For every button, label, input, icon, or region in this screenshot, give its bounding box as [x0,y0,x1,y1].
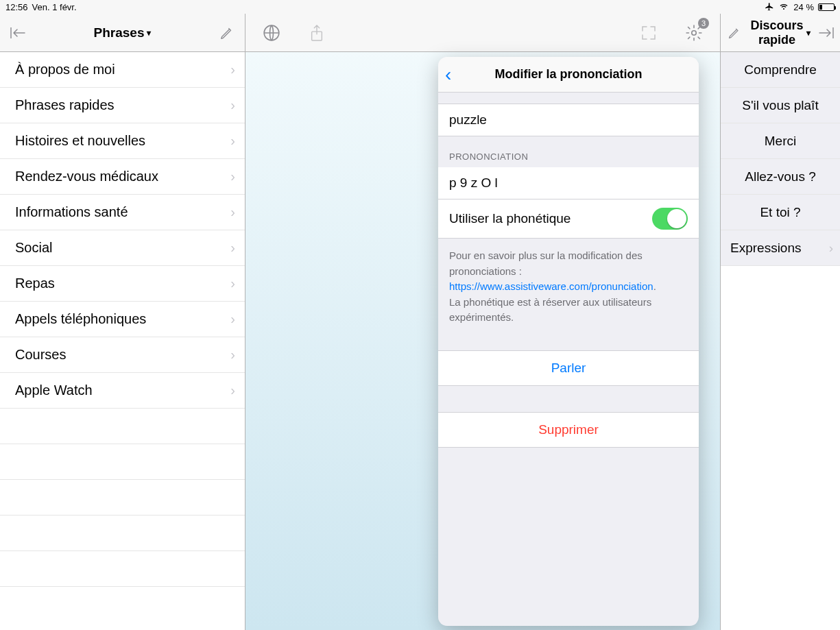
list-item[interactable]: Phrases rapides› [0,88,245,123]
list-empty-row [0,480,245,516]
phonetic-input[interactable] [449,175,688,191]
right-panel-header: Discours rapide ▾ [721,14,840,52]
list-item-label: Appels téléphoniques [15,311,146,327]
airplane-mode-icon [765,2,774,12]
collapse-left-icon[interactable] [5,21,30,45]
list-item[interactable]: À propos de moi› [0,52,245,88]
list-item[interactable]: Appels téléphoniques› [0,302,245,337]
list-item[interactable]: Repas› [0,266,245,302]
left-panel-header: Phrases ▾ [0,14,245,52]
chevron-right-icon: › [230,347,235,363]
pronunciation-section-label: PRONONCIATION [438,136,699,167]
help-link[interactable]: https://www.assistiveware.com/pronunciat… [449,280,653,292]
phonetic-cell[interactable] [438,167,699,199]
left-panel-title[interactable]: Phrases ▾ [36,25,209,40]
right-panel-title[interactable]: Discours rapide ▾ [750,19,810,47]
battery-percent: 24 % [793,2,814,12]
help-note: La phonétique est à réserver aux utilisa… [449,296,651,324]
list-item-label: Histoires et nouvelles [15,133,145,149]
speak-button[interactable]: Parler [438,350,699,386]
list-item-label: À propos de moi [15,62,115,77]
list-item-label: Merci [765,134,796,149]
delete-button[interactable]: Supprimer [438,412,699,448]
left-panel: Phrases ▾ À propos de moi› Phrases rapid… [0,14,245,630]
list-empty-row [0,409,245,444]
popover-title: Modifier la prononciation [466,67,692,82]
chevron-right-icon: › [230,276,235,291]
chevron-right-icon: › [230,311,235,327]
popover-body: PRONONCIATION Utiliser la phonétique Pou… [438,93,699,626]
list-item[interactable]: S'il vous plaît [721,88,840,123]
list-item-label: Courses [15,347,66,363]
list-item-expressions[interactable]: Expressions › [721,230,840,266]
list-item[interactable]: Histoires et nouvelles› [0,123,245,159]
word-cell[interactable] [438,104,699,136]
list-item-label: Apple Watch [15,383,93,398]
globe-icon[interactable] [259,21,284,45]
list-empty-row [0,516,245,551]
list-item-label: Et toi ? [760,205,800,220]
status-date: Ven. 1 févr. [32,2,77,12]
gear-badge: 3 [698,18,709,29]
list-empty-row [0,551,245,587]
list-item[interactable]: Comprendre [721,52,840,88]
chevron-right-icon: › [829,241,833,256]
middle-toolbar: 3 [245,14,720,52]
list-item[interactable]: Merci [721,123,840,159]
chevron-right-icon: › [230,133,235,149]
edit-pronunciation-popover: ‹ Modifier la prononciation PRONONCIATIO… [438,57,699,626]
edit-icon[interactable] [215,21,239,45]
list-item-label: Informations santé [15,204,128,220]
left-title-label: Phrases [94,25,145,40]
list-item[interactable]: Social› [0,230,245,266]
list-item-label: S'il vous plaît [742,98,818,113]
help-text: Pour en savoir plus sur la modification … [438,239,699,326]
list-item[interactable]: Rendez-vous médicaux› [0,159,245,195]
list-item-label: Expressions [730,241,802,256]
caret-down-icon: ▾ [147,28,151,38]
popover-header: ‹ Modifier la prononciation [438,57,699,93]
list-item-label: Allez-vous ? [745,169,816,184]
list-item[interactable]: Et toi ? [721,195,840,230]
use-phonetic-label: Utiliser la phonétique [449,211,571,226]
collapse-right-icon[interactable] [816,21,837,45]
help-suffix: . [653,280,656,292]
back-button[interactable]: ‹ [445,64,466,86]
chevron-right-icon: › [230,240,235,256]
fullscreen-icon[interactable] [636,21,661,45]
gear-icon[interactable]: 3 [682,21,706,45]
left-list: À propos de moi› Phrases rapides› Histoi… [0,52,245,630]
list-item[interactable]: Informations santé› [0,195,245,230]
list-empty-row [0,444,245,480]
use-phonetic-toggle[interactable] [652,208,688,230]
list-item-label: Rendez-vous médicaux [15,169,158,184]
status-bar: 12:56 Ven. 1 févr. 24 % [0,0,840,14]
chevron-right-icon: › [230,169,235,184]
share-icon[interactable] [304,21,329,45]
chevron-right-icon: › [230,97,235,113]
list-item-label: Repas [15,276,55,291]
list-item[interactable]: Allez-vous ? [721,159,840,195]
list-item[interactable]: Apple Watch› [0,373,245,409]
wifi-icon [778,3,789,11]
right-panel: Discours rapide ▾ Comprendre S'il vous p… [720,14,840,630]
list-item-label: Phrases rapides [15,97,115,113]
help-prefix: Pour en savoir plus sur la modification … [449,250,643,277]
list-item-label: Social [15,240,52,256]
word-input[interactable] [449,112,688,128]
status-time: 12:56 [5,2,28,12]
right-title-label: Discours rapide [750,19,803,47]
chevron-right-icon: › [230,204,235,220]
list-item-label: Comprendre [744,62,817,77]
caret-down-icon: ▾ [806,28,811,38]
right-list: Comprendre S'il vous plaît Merci Allez-v… [721,52,840,630]
list-item[interactable]: Courses› [0,337,245,373]
edit-icon[interactable] [723,21,745,45]
use-phonetic-cell: Utiliser la phonétique [438,199,699,239]
svg-point-2 [692,30,697,35]
battery-icon [818,3,835,11]
chevron-right-icon: › [230,62,235,77]
chevron-right-icon: › [230,383,235,398]
